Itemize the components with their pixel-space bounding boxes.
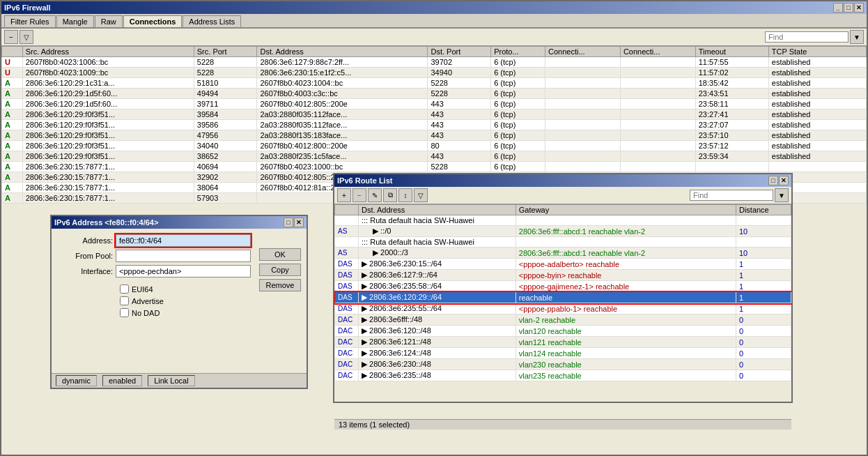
connection-row[interactable]: A2806:3e6:120:29:1c31:a...518102607f8b0:…: [2, 78, 867, 89]
route-minimize-button[interactable]: □: [768, 176, 778, 185]
address-titlebar: IPv6 Address <fe80::f0:4/64> □ ✕: [52, 216, 307, 229]
route-copy-button[interactable]: ⧉: [383, 188, 397, 202]
address-maximize-button[interactable]: □: [284, 218, 293, 227]
route-find-dropdown[interactable]: ▼: [775, 188, 789, 202]
advertise-label: Advertise: [132, 297, 164, 305]
connection-row[interactable]: U2607f8b0:4023:1006::bc52282806:3e6:127:…: [2, 57, 867, 68]
connection-row[interactable]: A2806:3e6:120:29:1d5f:60...397112607f8b0…: [2, 99, 867, 109]
remove-button[interactable]: Remove: [259, 279, 301, 291]
address-title: IPv6 Address <fe80::f0:4/64>: [54, 218, 158, 227]
route-title: IPv6 Route List: [337, 176, 392, 185]
route-add-button[interactable]: +: [337, 188, 351, 202]
connection-row[interactable]: U2607f8b0:4023:1009::bc52282806:3e6:230:…: [2, 68, 867, 78]
route-table-scroll[interactable]: Dst. Address Gateway Distance ::: Ruta d…: [334, 204, 791, 419]
route-row[interactable]: DAS▶ 2806:3e6:235:55::/64<pppoe-ppablo-1…: [335, 303, 791, 314]
status-linklocal: Link Local: [148, 375, 195, 386]
from-pool-row: From Pool:: [57, 250, 251, 262]
tab-address-lists[interactable]: Address Lists: [183, 15, 241, 27]
route-window-controls: □ ✕: [768, 176, 789, 185]
route-row[interactable]: ::: Ruta default hacia SW-Huawei: [335, 237, 791, 248]
find-input[interactable]: [765, 31, 848, 43]
route-row[interactable]: ::: Ruta default hacia SW-Huawei: [335, 215, 791, 226]
from-pool-input[interactable]: [116, 250, 251, 262]
route-row[interactable]: DAC▶ 2806:3e6:121::/48vlan121 reachable0: [335, 337, 791, 348]
connection-row[interactable]: A2806:3e6:120:29:f0f3f51...395862a03:288…: [2, 120, 867, 130]
maximize-button[interactable]: □: [844, 3, 853, 13]
address-form: Address: From Pool: Interface: EUI64 Adv…: [52, 229, 307, 323]
route-col-distance[interactable]: Distance: [736, 205, 791, 215]
route-row[interactable]: AS▶ ::/02806:3e6:fff::abcd:1 reachable v…: [335, 226, 791, 237]
from-pool-label: From Pool:: [57, 252, 113, 260]
col-tcp-state[interactable]: TCP State: [768, 47, 866, 57]
route-row[interactable]: DAC▶ 2806:3e6:120::/48vlan120 reachable0: [335, 326, 791, 337]
tab-raw[interactable]: Raw: [95, 15, 123, 27]
address-status-row: dynamic enabled Link Local: [52, 373, 307, 388]
filter-button[interactable]: ▽: [20, 30, 33, 44]
eui64-checkbox[interactable]: [120, 284, 129, 294]
address-row: Address:: [57, 234, 251, 247]
route-close-button[interactable]: ✕: [779, 176, 789, 185]
route-find-input[interactable]: [690, 190, 773, 201]
connection-row[interactable]: A2806:3e6:120:29:f0f3f51...386522a03:288…: [2, 151, 867, 162]
main-toolbar: − ▽ ▼: [1, 29, 867, 46]
col-dst-address[interactable]: Dst. Address: [257, 47, 428, 57]
route-row[interactable]: AS▶ 2000::/32806:3e6:fff::abcd:1 reachab…: [335, 248, 791, 259]
nodad-label: No DAD: [132, 309, 160, 317]
route-row[interactable]: DAS▶ 2806:3e6:120:29::/64 reachable1: [335, 292, 791, 303]
col-src-address[interactable]: Src. Address: [22, 47, 194, 57]
route-row[interactable]: DAS▶ 2806:3e6:230:15::/64<pppoe-adalbert…: [335, 259, 791, 270]
col-proto[interactable]: Proto...: [491, 47, 545, 57]
nodad-checkbox[interactable]: [120, 308, 129, 317]
route-row[interactable]: DAC▶ 2806:3e6:230::/48vlan230 reachable0: [335, 359, 791, 370]
route-items-count: 13 items (1 selected): [339, 420, 410, 429]
connection-row[interactable]: A2806:3e6:120:29:f0f3f51...395842a03:288…: [2, 109, 867, 120]
address-close-button[interactable]: ✕: [294, 218, 304, 227]
connection-row[interactable]: A2806:3e6:120:29:f0f3f51...479562a03:288…: [2, 130, 867, 141]
route-row[interactable]: DAC▶ 2806:3e6:235::/48vlan235 reachable0: [335, 370, 791, 381]
nodad-row: No DAD: [120, 308, 251, 317]
route-content: Dst. Address Gateway Distance ::: Ruta d…: [334, 204, 791, 419]
minus-button[interactable]: −: [4, 30, 18, 44]
col-connecti2[interactable]: Connecti...: [620, 47, 695, 57]
connection-row[interactable]: A2806:3e6:120:29:1d5f:60...494942607f8b0…: [2, 89, 867, 99]
route-remove-button[interactable]: −: [352, 188, 366, 202]
route-edit-button[interactable]: ✎: [368, 188, 382, 202]
route-col-gateway[interactable]: Gateway: [516, 205, 736, 215]
address-input[interactable]: [116, 234, 251, 247]
route-row[interactable]: DAS▶ 2806:3e6:127:9::/64<pppoe-byin> rea…: [335, 270, 791, 281]
tab-mangle[interactable]: Mangle: [56, 15, 94, 27]
advertise-checkbox[interactable]: [120, 296, 129, 305]
route-row[interactable]: DAS▶ 2806:3e6:235:58::/64<pppoe-gajimene…: [335, 281, 791, 292]
route-col-flag: [335, 205, 359, 215]
tab-filter-rules[interactable]: Filter Rules: [4, 15, 56, 27]
ok-button[interactable]: OK: [259, 248, 301, 261]
route-row[interactable]: DAC▶ 2806:3e6:124::/48vlan124 reachable0: [335, 348, 791, 359]
col-connecti1[interactable]: Connecti...: [545, 47, 621, 57]
route-titlebar: IPv6 Route List □ ✕: [334, 174, 791, 187]
advertise-row: Advertise: [120, 296, 251, 305]
col-src-port[interactable]: Src. Port: [194, 47, 257, 57]
col-dst-port[interactable]: Dst. Port: [428, 47, 491, 57]
status-enabled: enabled: [102, 375, 142, 386]
tab-connections[interactable]: Connections: [123, 15, 183, 27]
route-col-dst[interactable]: Dst. Address: [359, 205, 516, 215]
copy-button[interactable]: Copy: [259, 264, 301, 276]
col-flag: [2, 47, 23, 57]
connection-row[interactable]: A2806:3e6:230:15:7877:1...406942607f8b0:…: [2, 162, 867, 172]
interface-label: Interface:: [57, 267, 113, 275]
route-toolbar: + − ✎ ⧉ ↕ ▽ ▼: [334, 187, 791, 204]
route-window: IPv6 Route List □ ✕ + − ✎ ⧉ ↕ ▽ ▼ Dst. A…: [333, 173, 793, 403]
minimize-button[interactable]: _: [833, 3, 843, 13]
close-button[interactable]: ✕: [854, 3, 864, 13]
address-window-controls: □ ✕: [284, 218, 304, 227]
connection-row[interactable]: A2806:3e6:120:29:f0f3f51...340402607f8b0…: [2, 141, 867, 151]
connections-header-row: Src. Address Src. Port Dst. Address Dst.…: [2, 47, 867, 57]
route-sort-button[interactable]: ↕: [398, 188, 412, 202]
interface-input[interactable]: [116, 265, 251, 278]
route-tbody: ::: Ruta default hacia SW-HuaweiAS▶ ::/0…: [335, 215, 791, 381]
route-row[interactable]: DAC▶ 2806:3e6fff::/48vlan-2 reachable0: [335, 314, 791, 326]
route-filter-button[interactable]: ▽: [414, 188, 428, 202]
find-dropdown-button[interactable]: ▼: [850, 30, 864, 44]
route-table: Dst. Address Gateway Distance ::: Ruta d…: [334, 204, 791, 381]
col-timeout[interactable]: Timeout: [695, 47, 768, 57]
